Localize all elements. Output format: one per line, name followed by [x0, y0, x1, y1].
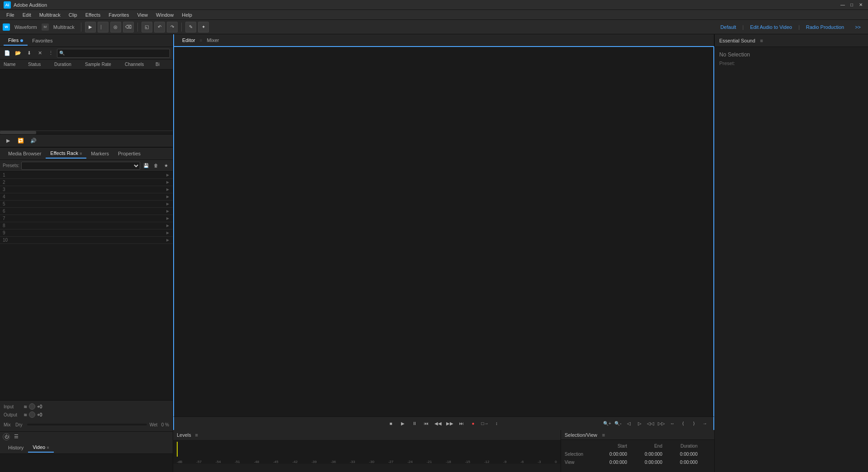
- zoom-nav-button[interactable]: ⟩: [689, 419, 699, 429]
- zoom-end-button[interactable]: →: [700, 419, 710, 429]
- tool-btn-4[interactable]: ⌫: [123, 22, 134, 33]
- menu-favorites[interactable]: Favorites: [105, 11, 132, 19]
- tool-btn-1[interactable]: ▶: [85, 22, 96, 33]
- menu-view[interactable]: View: [133, 11, 151, 19]
- favorites-tab[interactable]: Favorites: [28, 36, 57, 45]
- open-file-button[interactable]: 📂: [14, 49, 23, 58]
- slot-arrow-9: ▶: [166, 231, 170, 235]
- slot-arrow-7: ▶: [166, 216, 170, 220]
- files-tab[interactable]: Files: [4, 36, 28, 46]
- slot-num-3: 3: [3, 187, 10, 192]
- zoom-in-full-button[interactable]: ◁◁: [646, 419, 656, 429]
- menu-clip[interactable]: Clip: [65, 11, 81, 19]
- sv-view-start[interactable]: 0:00:000: [595, 460, 627, 465]
- effect-slot-10[interactable]: 10 ▶: [0, 237, 173, 244]
- levels-menu-button[interactable]: ≡: [193, 431, 200, 439]
- menu-file[interactable]: File: [3, 11, 18, 19]
- files-scrollbar-thumb[interactable]: [0, 131, 36, 134]
- import-button[interactable]: ⬇: [24, 49, 33, 58]
- menu-edit[interactable]: Edit: [19, 11, 35, 19]
- effect-slot-5[interactable]: 5 ▶: [0, 201, 173, 208]
- zoom-sel-button[interactable]: ⟨: [678, 419, 688, 429]
- output-knob[interactable]: [29, 411, 35, 418]
- effect-slot-7[interactable]: 7 ▶: [0, 215, 173, 222]
- sv-view-end[interactable]: 0:00:000: [631, 460, 662, 465]
- effect-slot-3[interactable]: 3 ▶: [0, 186, 173, 193]
- sv-selection-start[interactable]: 0:00:000: [595, 452, 627, 457]
- effect-slot-6[interactable]: 6 ▶: [0, 208, 173, 215]
- effects-power-button[interactable]: ⏻: [3, 433, 10, 440]
- workspace-radio-button[interactable]: Radio Production: [802, 23, 849, 31]
- workspace-edit-audio-button[interactable]: Edit Audio to Video: [745, 23, 797, 31]
- effects-list-button[interactable]: ☰: [12, 432, 21, 441]
- tool-btn-5[interactable]: ◱: [142, 22, 152, 33]
- zoom-out-full-button[interactable]: ▷▷: [656, 419, 666, 429]
- input-knob[interactable]: [29, 403, 35, 410]
- tool-btn-6[interactable]: ↶: [154, 22, 165, 33]
- slot-arrow-3: ▶: [166, 187, 170, 192]
- file-btn-extra[interactable]: ⋮: [46, 49, 55, 58]
- save-preset-button[interactable]: 💾: [142, 162, 150, 170]
- tool-btn-2[interactable]: ⎸: [98, 22, 108, 33]
- go-to-end-button[interactable]: ⏭: [457, 419, 467, 429]
- effect-slot-9[interactable]: 9 ▶: [0, 229, 173, 237]
- zoom-in-button[interactable]: 🔍+: [602, 419, 612, 429]
- record-button[interactable]: ●: [468, 419, 478, 429]
- effects-rack-tab[interactable]: Effects Rack ≡: [46, 149, 86, 159]
- zoom-left-button[interactable]: ◁: [624, 419, 634, 429]
- menu-effects[interactable]: Effects: [82, 11, 104, 19]
- mix-slider[interactable]: [27, 424, 147, 425]
- markers-tab[interactable]: Markers: [86, 149, 113, 158]
- loop-button[interactable]: 🔁: [16, 136, 25, 145]
- sv-selection-duration[interactable]: 0:00:000: [666, 452, 698, 457]
- editor-tab[interactable]: Editor: [178, 36, 200, 45]
- effect-slot-2[interactable]: 2 ▶: [0, 179, 173, 186]
- effect-slot-4[interactable]: 4 ▶: [0, 193, 173, 201]
- video-tab[interactable]: Video ≡: [28, 443, 53, 453]
- effect-slot-8[interactable]: 8 ▶: [0, 222, 173, 229]
- sv-view-duration[interactable]: 0:00:000: [666, 460, 698, 465]
- history-tab[interactable]: History: [4, 443, 28, 452]
- stop-button[interactable]: ■: [386, 419, 396, 429]
- editor-tabs: Editor ≡ Mixer: [173, 34, 714, 47]
- fast-forward-button[interactable]: ▶▶: [445, 419, 455, 429]
- mixer-tab[interactable]: Mixer: [203, 36, 224, 45]
- zoom-out-button[interactable]: 🔍-: [613, 419, 623, 429]
- loop-button[interactable]: □→: [480, 419, 490, 429]
- close-button[interactable]: ✕: [857, 1, 864, 9]
- rewind-button[interactable]: ◀◀: [433, 419, 443, 429]
- workspace-more-button[interactable]: >>: [850, 23, 865, 31]
- tool-btn-3[interactable]: ◎: [110, 22, 121, 33]
- properties-tab[interactable]: Properties: [113, 149, 145, 158]
- essential-sound-menu-button[interactable]: ≡: [758, 37, 765, 44]
- play-button[interactable]: ▶: [4, 136, 13, 145]
- minimize-button[interactable]: —: [839, 1, 846, 9]
- tool-btn-7[interactable]: ↷: [167, 22, 178, 33]
- favorite-preset-button[interactable]: ★: [162, 162, 170, 170]
- waveform-mode-button[interactable]: Waveform: [12, 24, 40, 30]
- menu-help[interactable]: Help: [178, 11, 196, 19]
- workspace-default-button[interactable]: Default: [716, 23, 741, 31]
- pause-button[interactable]: ⏸: [410, 419, 420, 429]
- selection-view-menu-button[interactable]: ≡: [600, 431, 607, 439]
- sv-selection-end[interactable]: 0:00:000: [631, 452, 662, 457]
- media-browser-tab[interactable]: Media Browser: [4, 149, 46, 158]
- tool-btn-8[interactable]: ✎: [185, 22, 196, 33]
- effect-slot-1[interactable]: 1 ▶: [0, 172, 173, 179]
- multitrack-mode-button[interactable]: Multitrack: [51, 24, 77, 30]
- play-button[interactable]: ▶: [398, 419, 408, 429]
- go-to-start-button[interactable]: ⏮: [421, 419, 431, 429]
- menu-window[interactable]: Window: [152, 11, 177, 19]
- delete-preset-button[interactable]: 🗑: [152, 162, 160, 170]
- tool-btn-9[interactable]: ✦: [198, 22, 209, 33]
- zoom-fit-button[interactable]: ↔: [667, 419, 677, 429]
- volume-button[interactable]: 🔊: [29, 136, 38, 145]
- close-file-button[interactable]: ✕: [35, 49, 44, 58]
- zoom-right-button[interactable]: ▷: [635, 419, 645, 429]
- maximize-button[interactable]: □: [848, 1, 855, 9]
- files-scrollbar[interactable]: [0, 131, 173, 134]
- punch-button[interactable]: ↕: [492, 419, 502, 429]
- new-file-button[interactable]: 📄: [3, 49, 12, 58]
- menu-multitrack[interactable]: Multitrack: [36, 11, 64, 19]
- presets-dropdown[interactable]: [21, 162, 140, 170]
